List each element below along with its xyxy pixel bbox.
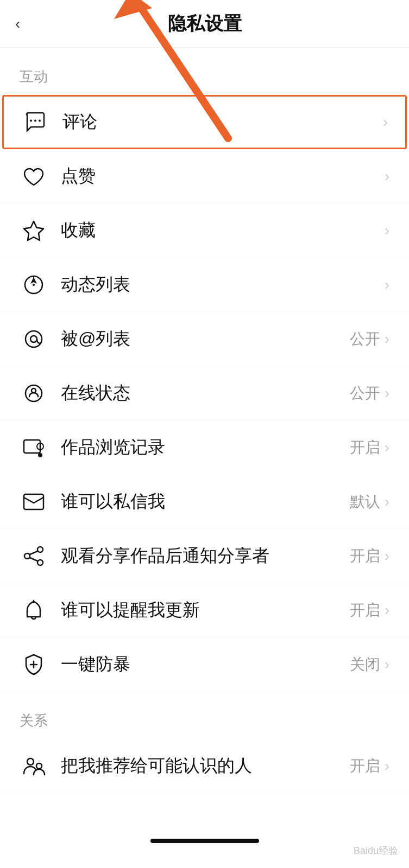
home-indicator (150, 839, 259, 843)
people-icon (20, 752, 48, 780)
svg-rect-16 (24, 440, 40, 453)
menu-text-share-notify: 观看分享作品后通知分享者 (61, 544, 350, 568)
bell-icon (20, 596, 48, 624)
svg-point-24 (24, 553, 30, 559)
menu-item-likes[interactable]: 点赞 › (0, 149, 409, 203)
chevron-share-notify: › (385, 547, 389, 565)
menu-text-who-dm: 谁可以私信我 (61, 490, 350, 514)
star-icon (20, 216, 48, 245)
svg-point-30 (27, 758, 34, 765)
menu-text-remind-update: 谁可以提醒我更新 (61, 598, 350, 622)
page-title: 隐私设置 (168, 11, 242, 36)
menu-item-online-status[interactable]: 在线状态 公开 › (0, 366, 409, 420)
compass-icon (20, 271, 48, 299)
svg-point-15 (32, 388, 36, 393)
menu-text-likes: 点赞 (61, 164, 385, 188)
chevron-favorites: › (385, 222, 389, 239)
menu-value-browse-history: 开启 (350, 437, 380, 458)
svg-line-20 (24, 497, 34, 503)
like-icon (20, 162, 48, 190)
svg-point-2 (39, 120, 41, 122)
menu-value-remind-update: 开启 (350, 600, 380, 621)
menu-value-share-notify: 开启 (350, 546, 380, 566)
menu-item-dynamic[interactable]: 动态列表 › (0, 258, 409, 312)
menu-value-online-status: 公开 (350, 383, 380, 404)
section-interaction-label: 互动 (0, 48, 409, 95)
dm-icon (20, 488, 48, 516)
menu-item-favorites[interactable]: 收藏 › (0, 203, 409, 258)
at-icon (20, 325, 48, 353)
menu-item-at-list[interactable]: 被@列表 公开 › (0, 312, 409, 366)
svg-rect-19 (24, 494, 43, 509)
menu-item-who-dm[interactable]: 谁可以私信我 默认 › (0, 475, 409, 529)
svg-point-11 (26, 331, 42, 347)
svg-point-18 (38, 453, 42, 457)
menu-text-browse-history: 作品浏览记录 (61, 436, 350, 459)
menu-text-online-status: 在线状态 (61, 381, 350, 405)
chevron-at-list: › (385, 330, 389, 348)
menu-item-share-notify[interactable]: 观看分享作品后通知分享者 开启 › (0, 529, 409, 583)
chevron-dynamic: › (385, 276, 389, 293)
svg-marker-10 (30, 277, 37, 284)
menu-value-recommend-people: 开启 (350, 756, 380, 776)
watermark: Baidu经验 (354, 844, 398, 857)
video-record-icon (20, 433, 48, 462)
chevron-browse-history: › (385, 439, 389, 456)
svg-line-21 (34, 497, 43, 503)
svg-point-0 (30, 120, 32, 122)
svg-point-23 (37, 560, 43, 565)
menu-item-anti-harassment[interactable]: 一键防暴 关闭 › (0, 637, 409, 692)
menu-text-at-list: 被@列表 (61, 327, 350, 351)
menu-item-comments[interactable]: 评论 › (2, 95, 407, 149)
svg-line-25 (30, 551, 37, 554)
online-icon (20, 379, 48, 407)
menu-value-who-dm: 默认 (350, 492, 380, 512)
menu-text-anti-harassment: 一键防暴 (61, 653, 350, 676)
app-header: ‹ 隐私设置 (0, 0, 409, 48)
chevron-online-status: › (385, 385, 389, 402)
menu-item-remind-update[interactable]: 谁可以提醒我更新 开启 › (0, 583, 409, 637)
chevron-who-dm: › (385, 493, 389, 510)
back-button[interactable]: ‹ (15, 15, 20, 33)
menu-item-recommend-people[interactable]: 把我推荐给可能认识的人 开启 › (0, 739, 409, 793)
svg-point-8 (33, 284, 35, 286)
menu-value-at-list: 公开 (350, 329, 380, 349)
chevron-comments: › (383, 113, 388, 131)
svg-point-31 (36, 763, 42, 769)
menu-text-recommend-people: 把我推荐给可能认识的人 (61, 754, 350, 778)
chevron-likes: › (385, 168, 389, 185)
svg-line-26 (30, 558, 37, 561)
shield-plus-icon (20, 650, 48, 679)
comment-icon (21, 108, 49, 136)
svg-point-22 (37, 547, 43, 552)
share-icon (20, 542, 48, 570)
menu-item-browse-history[interactable]: 作品浏览记录 开启 › (0, 420, 409, 475)
svg-point-12 (30, 336, 37, 342)
bottom-bar (0, 826, 409, 852)
chevron-recommend-people: › (385, 757, 389, 775)
chevron-anti-harassment: › (385, 656, 389, 673)
chevron-remind-update: › (385, 602, 389, 619)
svg-marker-6 (24, 221, 43, 240)
svg-point-1 (34, 120, 36, 122)
menu-text-favorites: 收藏 (61, 219, 385, 242)
menu-text-dynamic: 动态列表 (61, 273, 385, 297)
section-relation-label: 关系 (0, 692, 409, 739)
menu-value-anti-harassment: 关闭 (350, 654, 380, 675)
menu-text-comments: 评论 (62, 110, 383, 134)
